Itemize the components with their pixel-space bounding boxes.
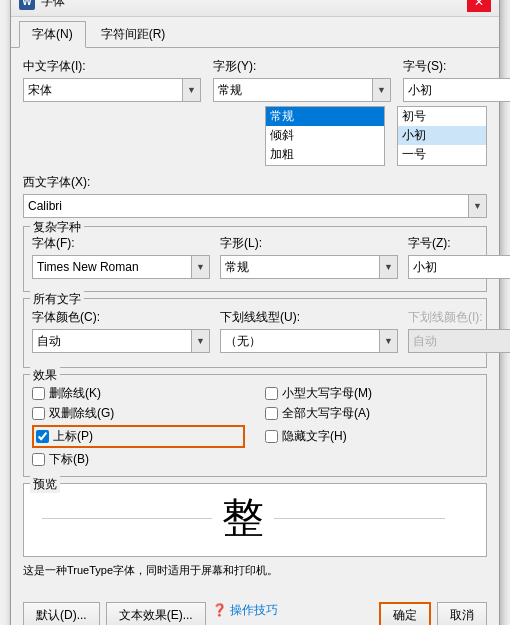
hidden-label[interactable]: 隐藏文字(H) [282, 428, 347, 445]
underline-style-combo[interactable]: ▼ [220, 329, 398, 353]
complex-font-dropdown-btn[interactable]: ▼ [191, 256, 209, 278]
subscript-checkbox[interactable] [32, 453, 45, 466]
bottom-bar: 默认(D)... 文本效果(E)... ❓ 操作技巧 确定 取消 [11, 596, 499, 625]
complex-size-combo[interactable]: ▼ [408, 255, 510, 279]
double-strikethrough-checkbox[interactable] [32, 407, 45, 420]
all-text-row: 字体颜色(C): ▼ 下划线线型(U): ▼ 下划线颜色(I): [32, 309, 478, 353]
superscript-checkbox[interactable] [36, 430, 49, 443]
tips-link[interactable]: ❓ 操作技巧 [212, 602, 278, 625]
all-text-section: 所有文字 字体颜色(C): ▼ 下划线线型(U): ▼ [23, 298, 487, 368]
chinese-font-input[interactable] [24, 79, 182, 101]
style-item-italic[interactable]: 倾斜 [266, 126, 384, 145]
font-style-input[interactable] [214, 79, 372, 101]
ok-button[interactable]: 确定 [379, 602, 431, 625]
size-item-1[interactable]: 小初 [398, 126, 486, 145]
style-item-bold[interactable]: 加粗 [266, 145, 384, 164]
chinese-font-label: 中文字体(I): [23, 58, 201, 75]
all-caps-row: 全部大写字母(A) [265, 405, 478, 422]
strikethrough-label[interactable]: 删除线(K) [49, 385, 101, 402]
font-color-dropdown-btn[interactable]: ▼ [191, 330, 209, 352]
underline-style-label: 下划线线型(U): [220, 309, 398, 326]
complex-style-group: 字形(L): ▼ [220, 235, 398, 279]
western-font-input[interactable] [24, 195, 468, 217]
size-item-0[interactable]: 初号 [398, 107, 486, 126]
font-color-label: 字体颜色(C): [32, 309, 210, 326]
font-style-dropdown-btn[interactable]: ▼ [372, 79, 390, 101]
western-font-combo[interactable]: ▼ [23, 194, 487, 218]
chinese-font-group: 中文字体(I): ▼ [23, 58, 201, 102]
hidden-row: 隐藏文字(H) [265, 425, 478, 448]
font-color-input[interactable] [33, 330, 191, 352]
font-size-label: 字号(S): [403, 58, 510, 75]
all-text-label: 所有文字 [30, 291, 84, 308]
complex-size-input[interactable] [409, 256, 510, 278]
preview-line-left [42, 518, 212, 519]
strikethrough-row: 删除线(K) [32, 385, 245, 402]
western-font-dropdown-btn[interactable]: ▼ [468, 195, 486, 217]
complex-style-dropdown-btn[interactable]: ▼ [379, 256, 397, 278]
dialog-title: 字体 [41, 0, 65, 10]
small-caps-label[interactable]: 小型大写字母(M) [282, 385, 372, 402]
complex-size-label: 字号(Z): [408, 235, 510, 252]
list-row: 常规 倾斜 加粗 初号 小初 一号 [23, 106, 487, 166]
font-size-group: 字号(S): ▼ [403, 58, 510, 102]
complex-font-group: 字体(F): ▼ [32, 235, 210, 279]
font-size-combo[interactable]: ▼ [403, 78, 510, 102]
small-caps-checkbox[interactable] [265, 387, 278, 400]
double-strikethrough-label[interactable]: 双删除线(G) [49, 405, 114, 422]
strikethrough-checkbox[interactable] [32, 387, 45, 400]
western-font-group: 西文字体(X): ▼ [23, 174, 487, 218]
tab-spacing[interactable]: 字符间距(R) [88, 21, 179, 47]
all-caps-checkbox[interactable] [265, 407, 278, 420]
title-bar: W 字体 ✕ [11, 0, 499, 17]
word-icon: W [19, 0, 35, 10]
effects-grid: 删除线(K) 小型大写字母(M) 双删除线(G) 全部大写字母(A) 上标(P) [32, 385, 478, 468]
complex-font-input[interactable] [33, 256, 191, 278]
font-style-list[interactable]: 常规 倾斜 加粗 [265, 106, 385, 166]
size-item-2[interactable]: 一号 [398, 145, 486, 164]
bottom-right-buttons: 确定 取消 [379, 602, 487, 625]
complex-script-section: 复杂字种 字体(F): ▼ 字形(L): ▼ 字 [23, 226, 487, 292]
preview-line-right [274, 518, 444, 519]
font-style-combo[interactable]: ▼ [213, 78, 391, 102]
underline-style-input[interactable] [221, 330, 379, 352]
superscript-label[interactable]: 上标(P) [53, 428, 93, 445]
title-bar-left: W 字体 [19, 0, 65, 10]
tabs-bar: 字体(N) 字符间距(R) [11, 17, 499, 48]
font-color-combo[interactable]: ▼ [32, 329, 210, 353]
hidden-checkbox[interactable] [265, 430, 278, 443]
preview-char: 整 [222, 490, 264, 546]
cancel-button[interactable]: 取消 [437, 602, 487, 625]
font-style-label: 字形(Y): [213, 58, 391, 75]
western-font-row: 西文字体(X): ▼ [23, 174, 487, 218]
complex-section-label: 复杂字种 [30, 219, 84, 236]
small-caps-row: 小型大写字母(M) [265, 385, 478, 402]
all-caps-label[interactable]: 全部大写字母(A) [282, 405, 370, 422]
top-font-row: 中文字体(I): ▼ 字形(Y): ▼ 字号(S): ▼ [23, 58, 487, 102]
subscript-label[interactable]: 下标(B) [49, 451, 89, 468]
complex-style-label: 字形(L): [220, 235, 398, 252]
font-style-list-group: 常规 倾斜 加粗 [265, 106, 385, 166]
default-button[interactable]: 默认(D)... [23, 602, 100, 625]
underline-color-input [409, 330, 510, 352]
chinese-font-dropdown-btn[interactable]: ▼ [182, 79, 200, 101]
text-effects-button[interactable]: 文本效果(E)... [106, 602, 206, 625]
font-size-input[interactable] [404, 79, 510, 101]
font-size-list[interactable]: 初号 小初 一号 [397, 106, 487, 166]
chinese-font-combo[interactable]: ▼ [23, 78, 201, 102]
underline-color-label: 下划线颜色(I): [408, 309, 510, 326]
complex-style-combo[interactable]: ▼ [220, 255, 398, 279]
preview-label: 预览 [30, 476, 60, 493]
style-item-regular[interactable]: 常规 [266, 107, 384, 126]
underline-style-dropdown-btn[interactable]: ▼ [379, 330, 397, 352]
superscript-row: 上标(P) [32, 425, 245, 448]
double-strikethrough-row: 双删除线(G) [32, 405, 245, 422]
preview-section: 预览 整 [23, 483, 487, 557]
tab-font[interactable]: 字体(N) [19, 21, 86, 48]
complex-font-combo[interactable]: ▼ [32, 255, 210, 279]
effects-label: 效果 [30, 367, 60, 384]
dialog-content: 中文字体(I): ▼ 字形(Y): ▼ 字号(S): ▼ [11, 48, 499, 596]
close-button[interactable]: ✕ [467, 0, 491, 12]
font-color-group: 字体颜色(C): ▼ [32, 309, 210, 353]
complex-style-input[interactable] [221, 256, 379, 278]
